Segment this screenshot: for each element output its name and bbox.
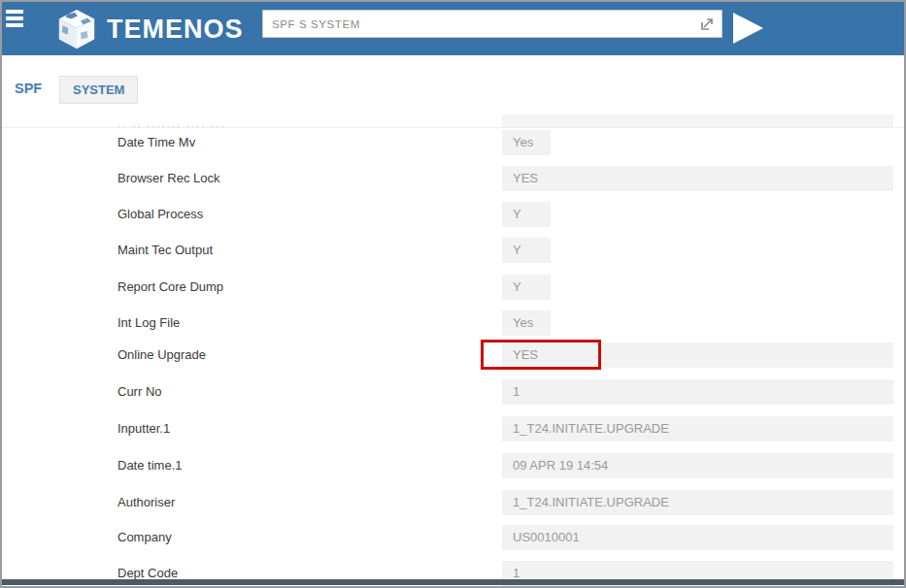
- menu-icon[interactable]: [6, 10, 25, 31]
- play-icon[interactable]: [733, 13, 768, 44]
- launch-arrow-icon[interactable]: [698, 16, 716, 33]
- top-banner: TEMENOS: [2, 2, 904, 55]
- temenos-logo: TEMENOS: [54, 7, 244, 51]
- field-label: Inputter.1: [117, 416, 170, 441]
- field-value: YES: [502, 166, 893, 191]
- field-value: Y: [502, 275, 551, 300]
- clipped-field-value: [502, 114, 893, 127]
- form-row: Int Log File Yes: [2, 310, 904, 336]
- field-label: Authoriser: [117, 490, 175, 515]
- field-value: 1: [502, 379, 893, 405]
- field-label: Date time.1: [117, 453, 182, 478]
- field-label: Curr No: [117, 379, 162, 405]
- field-label: Int Log File: [117, 310, 180, 336]
- field-value: US0010001: [502, 525, 893, 550]
- field-label: Report Core Dump: [117, 275, 223, 300]
- command-line-box: [262, 10, 722, 38]
- field-label: Date Time Mv: [117, 130, 195, 155]
- tab-system[interactable]: SYSTEM: [59, 76, 138, 104]
- form-row: Browser Rec Lock YES: [2, 166, 904, 191]
- field-value: 09 APR 19 14:54: [502, 453, 893, 478]
- field-value: Y: [502, 202, 551, 227]
- brand-text: TEMENOS: [107, 15, 244, 45]
- field-value: 1_T24.INITIATE.UPGRADE: [502, 490, 893, 515]
- form-row: Maint Tec Output Y: [2, 238, 904, 263]
- command-input[interactable]: [263, 18, 698, 30]
- application-window: TEMENOS SPF SYSTEM ·· ·· ······· ···· ··…: [0, 0, 906, 588]
- horizontal-scrollbar[interactable]: [2, 579, 904, 585]
- field-value: Y: [502, 238, 551, 263]
- form-row: Global Process Y: [2, 202, 904, 227]
- tab-bar: SPF SYSTEM: [2, 55, 904, 111]
- form-row: Date Time Mv Yes: [2, 130, 904, 155]
- form-row: Date time.1 09 APR 19 14:54: [2, 453, 904, 478]
- field-label: Company: [117, 525, 172, 550]
- form-row: Inputter.1 1_T24.INITIATE.UPGRADE: [2, 416, 904, 441]
- divider: [2, 127, 904, 128]
- field-value: Yes: [502, 310, 551, 336]
- field-value: 1_T24.INITIATE.UPGRADE: [502, 416, 893, 441]
- field-label: Maint Tec Output: [117, 238, 213, 263]
- temenos-cube-icon: [54, 7, 99, 51]
- breadcrumb[interactable]: SPF: [15, 81, 42, 96]
- field-label: Global Process: [117, 202, 203, 227]
- clipped-field-label: ·· ·· ······· ···· ···: [117, 114, 360, 127]
- field-label: Online Upgrade: [117, 343, 206, 368]
- field-value: Yes: [502, 130, 551, 155]
- form-row: Authoriser 1_T24.INITIATE.UPGRADE: [2, 490, 904, 515]
- field-label: Browser Rec Lock: [117, 166, 219, 191]
- form-row: Curr No 1: [2, 379, 904, 405]
- form-row: Online Upgrade YES: [2, 343, 904, 368]
- field-value: YES: [502, 343, 893, 368]
- form-row: Company US0010001: [2, 525, 904, 550]
- form-row: Report Core Dump Y: [2, 275, 904, 300]
